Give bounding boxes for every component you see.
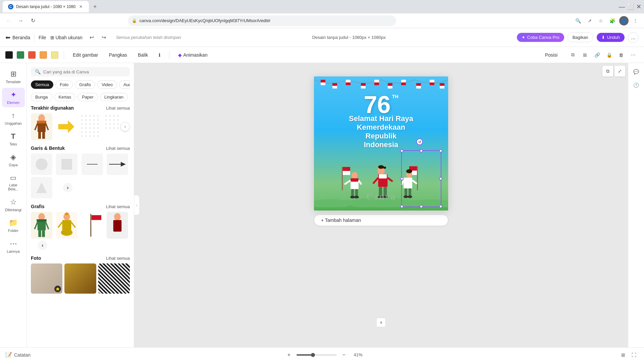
crop-button[interactable]: Pangkas <box>105 51 130 59</box>
recently-used-next-button[interactable]: › <box>120 122 130 131</box>
filter-tab-foto[interactable]: Foto <box>55 80 73 89</box>
redo-button[interactable]: ↪ <box>99 32 109 43</box>
download-button[interactable]: ⬇ Unduh <box>597 33 625 42</box>
more-icon-button[interactable]: ⋯ <box>628 50 639 60</box>
color-swatch-black[interactable] <box>5 51 13 59</box>
search-input[interactable] <box>43 69 126 74</box>
more-options-button[interactable]: ... <box>628 32 639 43</box>
svg-point-15 <box>89 119 91 121</box>
animate-button[interactable]: ◆ Animasikan <box>175 51 211 59</box>
browser-bookmark-icon[interactable]: ☆ <box>596 16 606 25</box>
tab-close-button[interactable]: ✕ <box>78 4 84 9</box>
fullscreen-button[interactable]: ⛶ <box>629 350 639 360</box>
zoom-slider[interactable] <box>297 354 337 356</box>
sidebar-item-template[interactable]: ⊞ Template <box>2 67 25 86</box>
sidebar-item-elemen[interactable]: ✦ Elemen <box>2 88 25 107</box>
trash-icon-button[interactable]: 🗑 <box>616 50 627 60</box>
edit-image-button[interactable]: Edit gambar <box>69 51 101 59</box>
panel-collapse-button[interactable]: ‹ <box>134 195 140 215</box>
color-swatch-yellow[interactable] <box>51 51 58 59</box>
file-menu-button[interactable]: File <box>39 35 46 40</box>
recent-item-3[interactable] <box>79 113 101 140</box>
canvas-expand-button[interactable]: ⤢ <box>614 66 625 76</box>
foto-item-3[interactable] <box>98 263 130 294</box>
shapes-see-all[interactable]: Lihat semua <box>106 146 130 151</box>
foto-see-all[interactable]: Lihat semua <box>106 256 130 261</box>
right-tool-2[interactable]: 🕐 <box>630 79 642 91</box>
design-canvas[interactable]: 76 TH Selamat Hari Raya Kemerdekaan Repu… <box>314 76 448 210</box>
recent-item-1[interactable] <box>31 113 52 140</box>
browser-share-icon[interactable]: ↗ <box>585 16 594 25</box>
browser-extensions-icon[interactable]: 🧩 <box>608 16 617 25</box>
canvas-area[interactable]: ⧉ ⤢ <box>134 63 628 347</box>
active-tab[interactable]: C Desain tanpa judul - 1080 × 1080 ✕ <box>3 1 89 12</box>
nav-refresh-button[interactable]: ↻ <box>28 16 38 25</box>
tag-kertas[interactable]: Kertas <box>54 93 76 101</box>
browser-search-icon[interactable]: 🔍 <box>574 16 583 25</box>
page-up-button[interactable]: ∧ <box>376 318 386 327</box>
share-button[interactable]: Bagikan <box>568 33 593 42</box>
grafis-item-3[interactable] <box>82 212 103 239</box>
color-swatch-orange[interactable] <box>40 51 47 59</box>
sidebar-item-gaya[interactable]: ◈ Gaya <box>2 150 25 170</box>
info-button[interactable]: ℹ <box>155 51 164 59</box>
notes-button[interactable]: 📝 Catatan <box>5 352 31 358</box>
recent-item-2[interactable] <box>55 113 76 140</box>
browser-profile-avatar[interactable]: 👤 <box>619 16 629 25</box>
canvas-copy-button[interactable]: ⧉ <box>602 66 613 76</box>
tag-bunga[interactable]: Bunga <box>31 93 52 101</box>
grid-icon-button[interactable]: ⊞ <box>580 50 590 60</box>
copy-icon-button[interactable]: ⧉ <box>568 50 578 60</box>
add-page-button[interactable]: + Tambah halaman <box>314 215 448 226</box>
search-bar[interactable]: 🔍 <box>31 67 130 76</box>
position-button[interactable]: Posisi <box>542 51 561 59</box>
grid-view-button[interactable]: ⊞ <box>619 350 628 360</box>
recently-used-see-all[interactable]: Lihat semua <box>106 106 130 111</box>
nav-forward-button[interactable]: → <box>16 16 25 25</box>
grafis-item-1[interactable] <box>31 212 52 239</box>
lock-icon-button[interactable]: 🔒 <box>604 50 614 60</box>
grafis-next-button[interactable]: › <box>38 241 47 250</box>
shape-circle[interactable] <box>31 154 52 175</box>
home-button[interactable]: ⬅ Beranda <box>5 34 30 41</box>
foto-item-1[interactable] <box>31 263 62 294</box>
new-tab-button[interactable]: + <box>90 2 100 11</box>
tab-maximize-icon[interactable]: ⬜ <box>627 3 634 10</box>
grafis-item-2[interactable] <box>56 212 77 239</box>
shape-line[interactable] <box>82 154 103 175</box>
filter-tab-grafis[interactable]: Grafis <box>75 80 95 89</box>
svg-rect-87 <box>374 80 379 82</box>
filter-tab-audio[interactable]: Audio <box>119 80 130 89</box>
shapes-next-button[interactable]: › <box>63 183 72 192</box>
sidebar-item-teks[interactable]: T Teks <box>2 129 25 149</box>
sidebar-item-lainnya[interactable]: ⋯ Lainnya <box>2 237 25 256</box>
shape-square[interactable] <box>56 154 77 175</box>
tab-minimize-icon[interactable]: — <box>619 3 625 10</box>
sidebar-item-dibintangi[interactable]: ☆ Dibintangi <box>2 195 25 215</box>
right-tool-1[interactable]: 💬 <box>630 66 642 78</box>
undo-button[interactable]: ↩ <box>87 32 97 43</box>
zoom-out-button[interactable]: − <box>339 350 349 360</box>
grafis-see-all[interactable]: Lihat semua <box>106 204 130 209</box>
tab-close-window-icon[interactable]: ✕ <box>636 3 641 10</box>
sidebar-item-latar[interactable]: ▭ Latar Bela... <box>2 171 25 194</box>
nav-back-button[interactable]: ← <box>4 16 13 25</box>
color-swatch-green[interactable] <box>17 51 24 59</box>
grafis-item-4[interactable] <box>107 212 128 239</box>
link-icon-button[interactable]: 🔗 <box>592 50 602 60</box>
color-swatch-red[interactable] <box>28 51 36 59</box>
foto-item-2[interactable] <box>64 263 96 294</box>
flip-button[interactable]: Balik <box>135 51 151 59</box>
sidebar-item-folder[interactable]: 📁 Folder <box>2 216 25 235</box>
shape-arrow[interactable] <box>107 154 128 175</box>
sidebar-item-unggahan[interactable]: ↑ Unggahan <box>2 109 25 128</box>
resize-button[interactable]: ⊞ Ubah ukuran <box>50 35 83 40</box>
browser-menu-icon[interactable]: ⋮ <box>631 16 640 25</box>
zoom-in-button[interactable]: + <box>284 350 294 360</box>
tag-paper[interactable]: Paper <box>77 93 98 101</box>
filter-tab-semua[interactable]: Semua <box>31 80 53 89</box>
canva-pro-button[interactable]: ✦ Coba Canva Pro <box>517 33 564 42</box>
tag-lingkaran[interactable]: Lingkaran <box>100 93 128 101</box>
shape-triangle[interactable] <box>31 177 52 198</box>
filter-tab-video[interactable]: Video <box>97 80 117 89</box>
